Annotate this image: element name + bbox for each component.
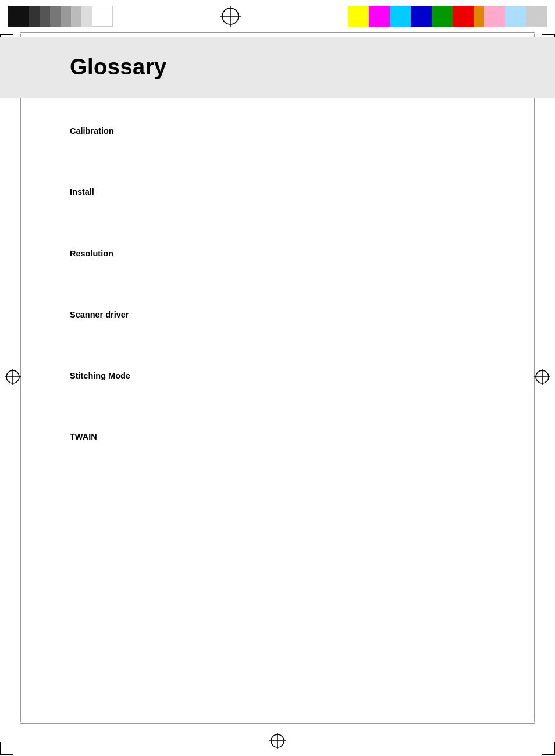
cs-black [8, 6, 29, 27]
glossary-term-resolution: Resolution [70, 248, 485, 259]
cs-light1 [71, 6, 81, 27]
cs-light-gray [526, 6, 547, 27]
cs-light-blue [505, 6, 526, 27]
rule-bottom1 [20, 723, 535, 724]
cs-gray1 [50, 6, 61, 27]
cs-gray2 [61, 6, 71, 27]
term-label-resolution: Resolution [70, 249, 113, 258]
cs-dark2 [40, 6, 50, 27]
cs-green [432, 6, 453, 27]
cs-cyan [390, 6, 411, 27]
cs-red [453, 6, 474, 27]
term-label-twain: TWAIN [70, 432, 97, 441]
bottom-reg-mark [269, 733, 286, 751]
center-reg-mark [220, 6, 241, 27]
cs-dark1 [29, 6, 40, 27]
term-label-stitching-mode: Stitching Mode [70, 371, 130, 380]
top-bar [0, 0, 555, 32]
color-strip-right [348, 6, 547, 27]
cs-white [92, 6, 113, 27]
glossary-term-install: Install [70, 186, 485, 198]
cs-orange [474, 6, 484, 27]
glossary-term-scanner-driver: Scanner driver [70, 309, 485, 320]
term-label-install: Install [70, 187, 94, 197]
color-strip-left [8, 6, 113, 27]
cs-light-pink [484, 6, 505, 27]
glossary-term-calibration: Calibration [70, 125, 485, 137]
glossary-term-twain: TWAIN [70, 431, 485, 443]
content-area: Calibration Install Resolution Scanner d… [0, 108, 555, 718]
cs-blue [411, 6, 432, 27]
corner-mark-bl [0, 742, 13, 755]
page-title: Glossary [70, 55, 167, 80]
term-label-scanner-driver: Scanner driver [70, 310, 129, 319]
cs-magenta [369, 6, 390, 27]
rule-top1 [20, 32, 535, 33]
cs-light2 [81, 6, 92, 27]
term-label-calibration: Calibration [70, 126, 114, 135]
cs-yellow [348, 6, 369, 27]
rule-bottom2 [20, 719, 535, 719]
glossary-term-stitching-mode: Stitching Mode [70, 370, 485, 381]
corner-mark-br [542, 742, 555, 755]
header-section: Glossary [0, 37, 555, 98]
